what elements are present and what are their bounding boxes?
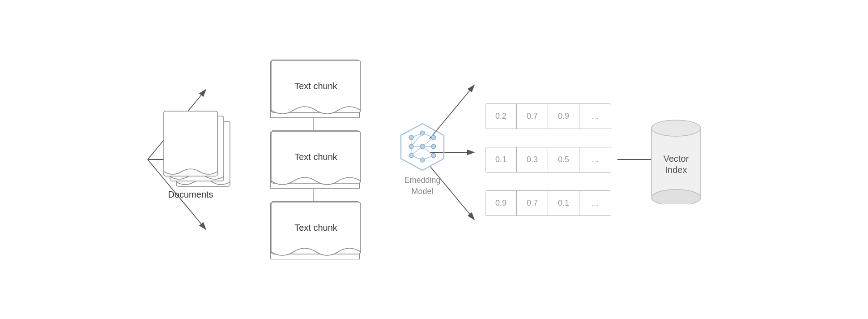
vector-2-cell-3: 0.5 bbox=[548, 147, 579, 172]
flow-wrapper: Documents Text chunk Text chunk Text chu… bbox=[163, 60, 705, 259]
documents-section: Documents bbox=[163, 110, 234, 209]
vector-1-cell-2: 0.7 bbox=[517, 104, 548, 129]
svg-point-37 bbox=[409, 153, 413, 158]
svg-point-38 bbox=[420, 131, 425, 135]
vector-3-cell-1: 0.9 bbox=[485, 191, 517, 216]
svg-point-39 bbox=[420, 144, 425, 149]
chunk-1-svg: Text chunk bbox=[271, 60, 361, 126]
chunk-3-svg: Text chunk bbox=[271, 202, 361, 268]
embedding-model-label: Emedding Model bbox=[404, 175, 440, 197]
svg-text:Text chunk: Text chunk bbox=[294, 152, 338, 162]
vector-2-cell-2: 0.3 bbox=[517, 147, 548, 172]
svg-point-36 bbox=[409, 144, 413, 149]
vector-1-cell-1: 0.2 bbox=[485, 104, 517, 129]
diagram-container: Documents Text chunk Text chunk Text chu… bbox=[0, 0, 868, 319]
svg-point-43 bbox=[431, 153, 436, 158]
vector-2-cell-4: ... bbox=[579, 147, 611, 172]
chunks-section: Text chunk Text chunk Text chunk Text ch… bbox=[270, 60, 360, 259]
svg-point-46 bbox=[651, 190, 701, 204]
svg-text:Text chunk: Text chunk bbox=[294, 81, 338, 91]
vector-3-cell-4: ... bbox=[579, 191, 611, 216]
chunk-3: Text chunk Text chunk bbox=[270, 201, 360, 259]
vector-2-cell-1: 0.1 bbox=[485, 147, 517, 172]
vectors-section: 0.2 0.7 0.9 ... 0.1 0.3 0.5 ... 0.9 0.7 … bbox=[485, 103, 611, 216]
vector-1-cell-3: 0.9 bbox=[548, 104, 579, 129]
vector-1-cell-4: ... bbox=[579, 104, 611, 129]
chunk-1: Text chunk Text chunk bbox=[270, 60, 360, 118]
chunk-2-svg: Text chunk bbox=[271, 131, 361, 197]
svg-point-45 bbox=[651, 120, 701, 136]
vector-index-cylinder: Vector Index bbox=[647, 115, 705, 204]
vector-index-section: Vector Index bbox=[647, 115, 705, 204]
vector-3-cell-2: 0.7 bbox=[517, 191, 548, 216]
svg-point-40 bbox=[420, 158, 425, 162]
embedding-model-icon bbox=[396, 122, 449, 171]
vector-row-2: 0.1 0.3 0.5 ... bbox=[485, 147, 611, 172]
svg-text:Documents: Documents bbox=[168, 190, 213, 199]
documents-svg: Documents bbox=[163, 110, 234, 209]
svg-point-35 bbox=[409, 135, 413, 140]
svg-text:Text chunk: Text chunk bbox=[294, 223, 338, 233]
svg-point-41 bbox=[431, 135, 436, 140]
svg-rect-14 bbox=[164, 111, 217, 176]
svg-text:Index: Index bbox=[665, 165, 687, 175]
vector-3-cell-3: 0.1 bbox=[548, 191, 579, 216]
svg-point-42 bbox=[431, 144, 436, 149]
embedding-model-section: Emedding Model bbox=[396, 122, 449, 197]
vector-row-1: 0.2 0.7 0.9 ... bbox=[485, 103, 611, 129]
chunk-2: Text chunk Text chunk bbox=[270, 130, 360, 189]
svg-text:Vector: Vector bbox=[664, 154, 689, 164]
vector-row-3: 0.9 0.7 0.1 ... bbox=[485, 190, 611, 216]
